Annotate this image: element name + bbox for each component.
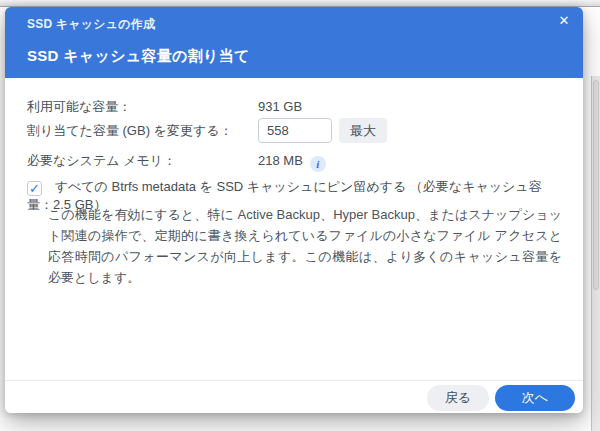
available-capacity-value: 931 GB <box>258 98 302 116</box>
system-memory-label: 必要なシステム メモリ： <box>27 152 176 170</box>
scrollbar-thumb[interactable] <box>593 80 599 290</box>
close-icon[interactable]: ✕ <box>555 12 573 30</box>
system-memory-text: 218 MB <box>258 153 303 168</box>
info-icon[interactable]: i <box>310 156 326 172</box>
system-memory-value: 218 MBi <box>258 152 326 172</box>
dialog-header: SSD キャッシュの作成 ✕ SSD キャッシュ容量の割り当て <box>5 7 583 78</box>
pin-metadata-checkbox[interactable]: ✓ <box>27 181 42 196</box>
ssd-cache-dialog: SSD キャッシュの作成 ✕ SSD キャッシュ容量の割り当て 利用可能な容量：… <box>5 7 583 413</box>
dialog-title: SSD キャッシュの作成 <box>27 16 155 33</box>
allocated-capacity-label: 割り当てた容量 (GB) を変更する： <box>27 118 233 143</box>
max-button[interactable]: 最大 <box>339 118 387 143</box>
dialog-footer: 戻る 次へ <box>5 380 583 413</box>
next-button[interactable]: 次へ <box>495 385 575 411</box>
pin-metadata-description: この機能を有効にすると、特に Active Backup、Hyper Backu… <box>48 204 562 288</box>
back-button[interactable]: 戻る <box>427 385 489 411</box>
allocated-capacity-row: 割り当てた容量 (GB) を変更する： 最大 <box>5 118 583 143</box>
window-scrollbar[interactable] <box>591 76 600 431</box>
window-top-edge <box>0 0 600 7</box>
system-memory-row: 必要なシステム メモリ： 218 MBi <box>5 152 583 170</box>
available-capacity-row: 利用可能な容量： 931 GB <box>5 98 583 116</box>
page-title: SSD キャッシュ容量の割り当て <box>27 47 250 66</box>
available-capacity-label: 利用可能な容量： <box>27 98 131 116</box>
capacity-input[interactable] <box>258 118 332 143</box>
